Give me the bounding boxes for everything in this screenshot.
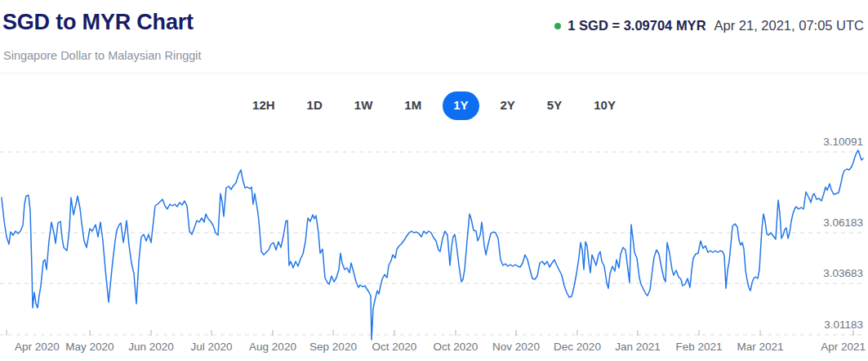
page-title: SGD to MYR Chart (2, 10, 194, 35)
header-divider (0, 73, 868, 74)
x-axis-label: Dec 2020 (554, 341, 601, 353)
x-axis-label: Jun 2020 (128, 341, 174, 353)
tab-5y[interactable]: 5Y (536, 91, 572, 120)
x-axis-label: Oct 2020 (434, 341, 479, 353)
x-axis-label: Feb 2021 (675, 341, 722, 353)
x-axis-label: Jan 2021 (615, 341, 661, 353)
x-axis-label: Mar 2021 (737, 341, 783, 353)
live-quote: 1 SGD = 3.09704 MYR Apr 21, 2021, 07:05 … (554, 18, 864, 33)
quote-timestamp: Apr 21, 2021, 07:05 UTC (714, 18, 864, 33)
tab-1m[interactable]: 1M (394, 91, 432, 120)
chart-hover-area[interactable] (0, 139, 864, 336)
tab-1w[interactable]: 1W (344, 91, 384, 120)
x-axis-label: Apr 2021 (821, 341, 866, 353)
x-axis-label: May 2020 (65, 341, 114, 353)
tab-1y[interactable]: 1Y (443, 91, 479, 120)
tab-12h[interactable]: 12H (242, 91, 286, 120)
x-axis-label: Nov 2020 (492, 341, 540, 353)
x-axis-label: Oct 2020 (372, 341, 417, 353)
live-status-dot-icon (554, 23, 561, 29)
x-axis-label: Apr 2020 (15, 341, 60, 353)
page-subtitle: Singapore Dollar to Malaysian Ringgit (3, 49, 202, 62)
x-axis-label: Sep 2020 (309, 341, 357, 353)
tab-1d[interactable]: 1D (296, 91, 333, 120)
current-rate-text: 1 SGD = 3.09704 MYR (568, 18, 706, 33)
sgd-myr-chart-page: { "header": { "title": "SGD to MYR Chart… (0, 0, 868, 361)
x-axis-label: Aug 2020 (249, 341, 296, 353)
period-tab-bar: 12H1D1W1M1Y2Y5Y10Y (0, 91, 868, 120)
tab-2y[interactable]: 2Y (490, 91, 526, 120)
tab-10y[interactable]: 10Y (583, 91, 626, 120)
x-axis-label: Jul 2020 (190, 341, 232, 353)
